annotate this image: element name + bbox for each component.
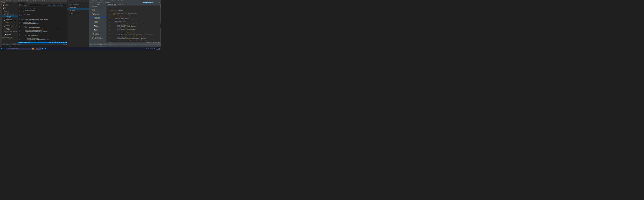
rt-accountdao[interactable]: ☕ AccountDao: [90, 16, 106, 18]
menu-build[interactable]: Build: [31, 0, 35, 1]
rt-scratches[interactable]: ▶ 📁 Scratches and Consoles: [90, 38, 106, 39]
tree-external-libs[interactable]: ▶ External Libraries: [2, 36, 18, 38]
tree-scratches[interactable]: ▶ Scratches and Consoles: [2, 38, 18, 39]
right-menu-code[interactable]: Code: [100, 0, 102, 1]
tree-classpath[interactable]: 📄 classpath: [2, 33, 18, 35]
taskbar-intellij-btn[interactable]: IJ: [35, 48, 38, 50]
db-users[interactable]: 📋 users 1: [68, 13, 89, 14]
tree-commentdao[interactable]: ☕ CommentDao: [2, 17, 18, 18]
rt-dao[interactable]: ▼ 📁 dao: [90, 15, 106, 16]
tree-cn-edu-y[interactable]: 📦 cn.edu.y: [2, 11, 18, 12]
search-everywhere-btn[interactable]: 🔍: [159, 2, 160, 3]
right-menu-refactor[interactable]: Refactor: [106, 0, 110, 1]
rt-main[interactable]: ☕ Main: [90, 30, 106, 31]
tab-commentdao[interactable]: ☕ CommentDao: [26, 2, 33, 4]
right-menu-vcs[interactable]: VCS: [117, 0, 118, 1]
tab-problems[interactable]: Problems: [5, 43, 11, 45]
rt-toolsall[interactable]: ☕ ToolsAll: [90, 27, 106, 29]
rt-src[interactable]: ▼ 📁 src: [90, 12, 106, 14]
rt-entity-pkg[interactable]: ▼ 📁 entity: [90, 19, 106, 20]
tree-project[interactable]: 📄 project: [2, 35, 18, 36]
right-menu-tools[interactable]: Tools: [114, 0, 116, 1]
tray-battery[interactable]: 🔋: [150, 48, 151, 49]
db-more-btn[interactable]: …: [88, 0, 89, 1]
taskbar-edge-btn[interactable]: e: [44, 48, 47, 50]
db-account-table[interactable]: 📋 account: [68, 8, 89, 10]
rt-lib[interactable]: ▶ 📁 lib: [90, 10, 106, 11]
code-lines[interactable]: } catch (Exception e) { e.printStackTrac…: [20, 6, 67, 42]
tab-terminal[interactable]: Terminal: [11, 43, 16, 45]
start-button[interactable]: [0, 48, 3, 50]
right-tab-accountdao[interactable]: ☕ AccountDao.java ✕: [106, 3, 117, 5]
charset[interactable]: GBK: [59, 42, 60, 43]
tree-newsflash-entity[interactable]: ☕ Newsflash: [2, 24, 18, 26]
menu-help[interactable]: Help: [48, 0, 52, 1]
extensions-icon[interactable]: ⊞: [0, 8, 2, 9]
tree-main[interactable]: ☕ Main: [2, 32, 18, 33]
run-config-select[interactable]: MAIN: [156, 2, 159, 3]
rt-quick-news[interactable]: ▼ 📦 quick news: [90, 6, 106, 7]
right-project-icon[interactable]: 📁: [90, 4, 90, 5]
right-menu-analyze[interactable]: Analyze: [102, 0, 106, 1]
search-icon[interactable]: 🔍: [0, 2, 2, 4]
structure-tab[interactable]: Structure: [160, 23, 161, 28]
menu-window[interactable]: Window: [44, 0, 48, 1]
rt-newsflash-e[interactable]: ☕ Newsflash: [90, 23, 106, 25]
rt-meta-inf[interactable]: ▶ 📁 META-INF: [90, 35, 106, 37]
rt-dbutil[interactable]: ☕ DbUtil: [90, 26, 106, 27]
taskbar-search-box[interactable]: 在这里输入你要搜索的内容: [6, 48, 31, 50]
rt-com-taotao[interactable]: ▼ 📦 com.taotao: [90, 14, 106, 15]
choose-direction-link[interactable]: Choose direction: [46, 4, 52, 6]
rt-view-pkg[interactable]: ▼ 📁 view: [90, 29, 106, 30]
right-menu-help[interactable]: Help: [122, 0, 123, 1]
right-event-log[interactable]: Event Log: [156, 43, 161, 45]
menu-refactor[interactable]: Refactor: [26, 0, 31, 1]
notification-close[interactable]: ✕: [66, 5, 67, 6]
right-charset[interactable]: UTF-8: [149, 42, 152, 43]
right-spaces[interactable]: 4 spaces: [152, 42, 156, 43]
tree-toolsall[interactable]: ☕ ToolsAll: [2, 29, 18, 30]
tree-cn-edu-y-js[interactable]: 📦 cn.edu.y.js: [2, 12, 18, 14]
rt-idea[interactable]: ▶ 📁 idea: [90, 8, 106, 10]
tab-profiler[interactable]: Profiler: [16, 43, 22, 45]
tree-comment-entity[interactable]: ☕ Comment: [2, 23, 18, 24]
taskbar-explorer-btn[interactable]: 📁: [32, 48, 34, 50]
tree-account-entity[interactable]: ☕ Account: [2, 21, 18, 23]
menu-run[interactable]: Run: [35, 0, 38, 1]
menu-tools[interactable]: Tools: [38, 0, 42, 1]
tray-network[interactable]: 🌐: [146, 48, 147, 49]
event-log-btn[interactable]: Event Log: [63, 43, 67, 45]
right-menu-file[interactable]: File: [90, 0, 92, 1]
menu-file[interactable]: File: [2, 0, 6, 1]
tree-src[interactable]: ▼ src: [2, 9, 18, 11]
right-structure-icon[interactable]: ⊞: [90, 5, 90, 6]
structure-label[interactable]: Structure: [160, 3, 161, 7]
db-filter-btn[interactable]: ⊞: [86, 0, 88, 1]
rt-external-libs[interactable]: ▶ 📁 External Libraries: [90, 37, 106, 38]
explorer-icon[interactable]: 📁: [0, 0, 2, 2]
tab-todo[interactable]: TODO: [2, 43, 5, 45]
tree-accountdao[interactable]: ☕ AccountDao: [2, 15, 18, 17]
tree-settings[interactable]: 📁 .settings: [2, 5, 18, 6]
debug-icon[interactable]: 🐛: [0, 6, 2, 7]
right-menu-navigate[interactable]: Navigate: [96, 0, 100, 1]
tree-lib[interactable]: 📁 lib: [2, 8, 18, 9]
rt-comment-e[interactable]: ☕ Comment: [90, 22, 106, 23]
right-tab-build[interactable]: Build: [108, 43, 112, 45]
hide-notification-link[interactable]: Hide notification: [53, 4, 59, 6]
right-menu-run[interactable]: Run: [112, 0, 114, 1]
right-favorites-icon[interactable]: ★: [90, 6, 90, 8]
db-collections[interactable]: ▶ 📁 collections 218: [68, 11, 89, 13]
rt-utils-pkg[interactable]: ▼ 📁 utils: [90, 25, 106, 26]
tree-newsflash[interactable]: ▼ Newsflash: [2, 3, 18, 5]
right-menu-build[interactable]: Build: [110, 0, 112, 1]
right-tab-profiler[interactable]: Profiler: [103, 43, 108, 45]
right-tab-main[interactable]: ☕ Main.java: [117, 3, 124, 5]
taskbar-search-btn[interactable]: [3, 48, 5, 50]
tree-entity[interactable]: 📦 cn.edu.y.newsflash.entity: [2, 20, 18, 21]
db-newsflash-schema[interactable]: ▼ 🗃 newsflash: [68, 7, 89, 8]
menu-code[interactable]: Code: [18, 0, 21, 1]
arc-dark[interactable]: Arc Dark: [63, 42, 67, 43]
menu-vcs[interactable]: VCS: [41, 0, 44, 1]
db-comment-table[interactable]: 📋 comment: [68, 10, 89, 11]
